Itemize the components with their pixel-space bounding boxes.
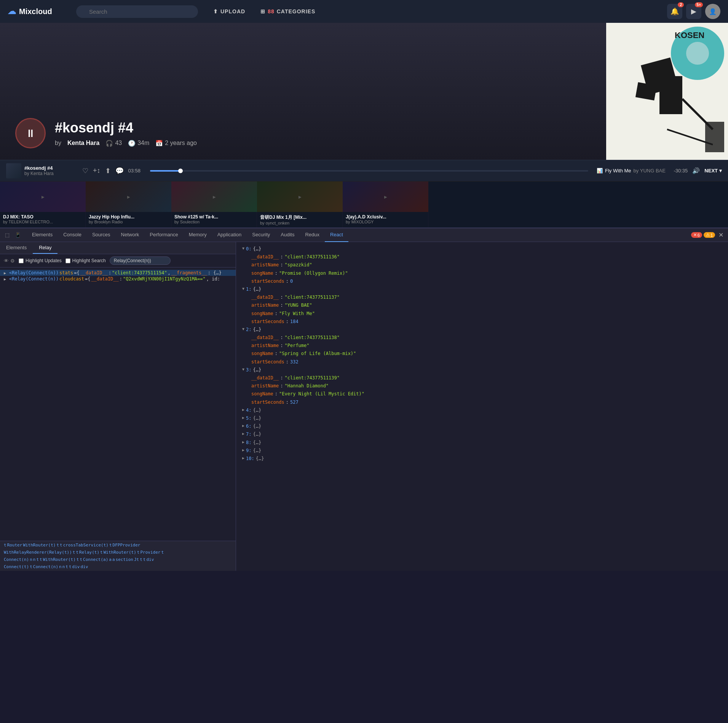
json-item-1[interactable]: ▼ 1: {…} [242,285,722,293]
breadcrumb-item[interactable]: t [143,557,146,562]
breadcrumb-item-t[interactable]: t [60,543,62,548]
json-expand-2[interactable]: ▼ [242,326,244,332]
breadcrumb-item[interactable]: Connect(t) [4,564,29,569]
highlight-search-label[interactable]: Highlight Search [65,258,106,263]
devtools-tab-console[interactable]: Console [58,228,87,242]
breadcrumb-item[interactable]: a [112,557,115,562]
player-progress-bar[interactable] [150,170,589,172]
json-item-collapsed-9[interactable]: ▶ 9: {…} [242,447,722,455]
breadcrumb-item[interactable]: n [62,564,65,569]
breadcrumb-item[interactable]: Connect(n) [4,557,29,562]
json-item-3[interactable]: ▼ 3: {…} [242,366,722,374]
json-expand-6[interactable]: ▶ [242,423,244,429]
highlight-search-checkbox[interactable] [65,258,70,263]
devtools-close-button[interactable]: ✕ [717,231,725,239]
breadcrumb-item[interactable]: t [36,557,39,562]
pause-button[interactable]: ⏸ [15,118,46,148]
tree-node-2[interactable]: ▶ <Relay(Connect(n)) cloudcast ={ __data… [0,276,236,282]
devtools-tab-elements[interactable]: Elements [27,228,58,242]
inspect-element-button[interactable]: ⬚ [3,231,11,239]
relay-subtab[interactable]: Relay [33,242,57,254]
related-track-3[interactable]: ▶ 音研DJ Mix 1月 [Mix... by oynct_onken [257,182,343,228]
breadcrumb-item[interactable]: n [59,564,62,569]
breadcrumb-item[interactable]: t [65,564,68,569]
devtools-tab-application[interactable]: Application [212,228,247,242]
breadcrumb-item-t[interactable]: t [4,543,6,548]
json-expand-9[interactable]: ▶ [242,447,244,453]
json-item-2[interactable]: ▼ 2: {…} [242,326,722,334]
component-search-input[interactable] [110,256,171,265]
breadcrumb-item[interactable]: Connect(a) [83,557,108,562]
eye-icon[interactable]: 👁 [4,258,9,264]
search-input[interactable] [76,5,198,18]
add-button[interactable]: +↕ [93,167,101,175]
avatar[interactable]: 👤 [705,4,720,19]
breadcrumb-item[interactable]: t [140,557,142,562]
devtools-tab-sources[interactable]: Sources [87,228,116,242]
logo[interactable]: ☁ Mixcloud [8,6,69,16]
devtools-tab-audits[interactable]: Audits [275,228,300,242]
breadcrumb-item[interactable]: t [80,557,82,562]
breadcrumb-item[interactable]: Provider [140,550,160,555]
related-track-4[interactable]: ▶ J(ay).A.D Xclusiv... by MIXOLOGY [343,182,428,228]
json-expand-3[interactable]: ▼ [242,366,244,373]
json-item-collapsed-10[interactable]: ▶ 10: {…} [242,455,722,463]
json-expand-0[interactable]: ▼ [242,245,244,252]
breadcrumb-item[interactable]: WithRelayRenderer(Relay(t)) [4,550,72,555]
json-item-collapsed-5[interactable]: ▶ 5: {…} [242,414,722,422]
breadcrumb-item[interactable]: a [109,557,112,562]
breadcrumb-item[interactable]: WithRouter(t) [104,550,136,555]
breadcrumb-item-DFPProvider[interactable]: DFPProvider [113,543,140,548]
json-item-collapsed-7[interactable]: ▶ 7: {…} [242,430,722,438]
json-item-collapsed-6[interactable]: ▶ 6: {…} [242,422,722,430]
player-scrubber[interactable] [178,169,183,173]
related-track-1[interactable]: ▶ Jazzy Hip Hop Influ... by Brooklyn Rad… [86,182,171,228]
json-expand-7[interactable]: ▶ [242,431,244,437]
breadcrumb-item[interactable]: t [69,564,72,569]
now-playing-button[interactable]: ▶ 5+ [686,4,701,19]
json-expand-10[interactable]: ▶ [242,455,244,461]
breadcrumb-item[interactable]: t [77,557,79,562]
highlight-updates-label[interactable]: Highlight Updates [19,258,62,263]
error-badge[interactable]: ✕ 6 [691,232,702,238]
breadcrumb-item[interactable]: t [137,550,140,555]
volume-button[interactable]: 🔊 [692,167,700,174]
categories-button[interactable]: ⊞ 88 CATEGORIES [260,8,315,14]
favorite-button[interactable]: ♡ [82,167,88,175]
breadcrumb-item[interactable]: n [30,557,32,562]
breadcrumb-item-WithRoutert[interactable]: WithRouter(t) [23,543,56,548]
notifications-button[interactable]: 🔔 2 [667,4,682,19]
breadcrumb-item[interactable]: t [161,550,164,555]
devtools-tab-network[interactable]: Network [116,228,145,242]
breadcrumb-item[interactable]: t [100,550,103,555]
breadcrumb-item[interactable]: n [33,557,36,562]
json-item-0[interactable]: ▼ 0: {…} [242,245,722,253]
breadcrumb-item[interactable]: div [72,564,80,569]
json-item-collapsed-8[interactable]: ▶ 8: {…} [242,439,722,447]
breadcrumb-item-crossTabServicet[interactable]: crossTabService(t) [63,543,109,548]
breadcrumb-item[interactable]: t [30,564,32,569]
breadcrumb-item[interactable]: div [80,564,88,569]
breadcrumb-item-Router[interactable]: Router [7,543,22,548]
tree-node-1[interactable]: ▶ <Relay(Connect(n)) stats ={ __dataID__… [0,270,236,276]
devtools-tab-security[interactable]: Security [247,228,275,242]
warn-badge[interactable]: ⚠ 1 [704,232,715,238]
breadcrumb-item[interactable]: WithRouter(t) [43,557,76,562]
breadcrumb-item[interactable]: t [76,550,78,555]
comment-button[interactable]: 💬 [115,167,124,175]
breadcrumb-item-t[interactable]: t [109,543,112,548]
next-button[interactable]: NEXT ▾ [704,168,722,174]
devtools-tab-redux[interactable]: Redux [300,228,325,242]
breadcrumb-item[interactable]: Relay(t) [79,550,99,555]
breadcrumb-item[interactable]: t [73,550,75,555]
devtools-tab-memory[interactable]: Memory [184,228,212,242]
breadcrumb-item[interactable]: section [116,557,133,562]
related-track-2[interactable]: ▶ Show #125 w/ Ta-k... by Soulection [171,182,257,228]
elements-subtab[interactable]: Elements [0,242,33,254]
breadcrumb-item[interactable]: Jt [134,557,139,562]
settings-icon[interactable]: ⚙ [10,258,15,264]
breadcrumb-item[interactable]: Connect(n) [33,564,58,569]
highlight-updates-checkbox[interactable] [19,258,24,263]
breadcrumb-item[interactable]: div [146,557,154,562]
json-expand-4[interactable]: ▶ [242,407,244,413]
